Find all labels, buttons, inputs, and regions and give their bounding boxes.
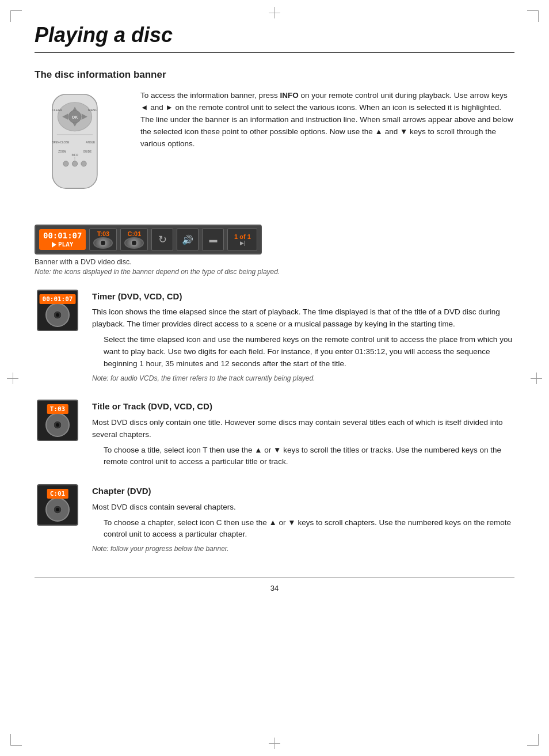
page-title: Playing a disc (35, 23, 514, 53)
banner-timer-cell: 00:01:07 PLAY (39, 229, 86, 250)
play-triangle-icon (52, 242, 56, 248)
title-icon-img: T:03 (37, 400, 78, 441)
timer-body1: This icon shows the time elapsed since t… (92, 306, 514, 330)
title-display: T:03 (47, 404, 68, 414)
remote-image-area: OK CLEAR MENU OPEN-CLOSE ANGLE ZOOM GUID… (35, 90, 127, 213)
banner-subtitle-cell: ▬ (202, 228, 224, 251)
svg-text:GUIDE: GUIDE (83, 150, 92, 153)
svg-text:CLEAR: CLEAR (52, 108, 62, 112)
title-icon-box: T:03 (35, 400, 81, 468)
crosshair-right (531, 373, 542, 384)
chapter-indent: To choose a chapter, select icon C then … (104, 517, 514, 541)
svg-point-28 (56, 508, 59, 511)
banner-track-label: T:03 (97, 230, 109, 237)
page-number: 34 (35, 578, 514, 592)
title-indent: To choose a title, select icon T then us… (104, 445, 514, 469)
corner-mark-tl (10, 10, 22, 22)
timer-icon-img: 00:01:07 (37, 290, 78, 331)
repeat-icon: ↻ (158, 233, 167, 246)
crosshair-bottom (269, 738, 280, 749)
chapter-feature-heading: Chapter (DVD) (92, 484, 514, 497)
banner-chapter-label: C:01 (128, 230, 142, 237)
chapter-note: Note: follow your progress below the ban… (92, 544, 514, 554)
chapter-body1: Most DVD discs contain several chapters. (92, 502, 514, 514)
banner-counter-sublabel: ▶| (240, 240, 245, 246)
banner-counter-cell: 1 of 1 ▶| (227, 228, 257, 251)
timer-display: 00:01:07 (40, 294, 76, 304)
svg-point-16 (63, 161, 68, 166)
banner-audio-cell: 🔊 (177, 228, 199, 251)
banner-timer-value: 00:01:07 (43, 231, 82, 240)
title-body1: Most DVD discs only contain one title. H… (92, 417, 514, 441)
banner-caption: Banner with a DVD video disc. (35, 258, 514, 266)
title-disc-svg (45, 412, 70, 438)
chapter-icon-img: C:01 (37, 484, 78, 526)
banner-chapter-cell: C:01 (120, 228, 148, 251)
title-feature-item: T:03 Title or Track (DVD, VCD, CD) Most … (35, 400, 514, 468)
corner-mark-bl (10, 734, 22, 746)
chapter-disc-svg (45, 497, 70, 522)
timer-indent: Select the time elapsed icon and use the… (104, 334, 514, 370)
crosshair-top (269, 7, 280, 18)
svg-text:MENU: MENU (88, 108, 97, 112)
timer-icon-box: 00:01:07 (35, 290, 81, 383)
timer-feature-item: 00:01:07 Timer (DVD, VCD, CD) This icon … (35, 290, 514, 383)
play-label: PLAY (58, 241, 74, 248)
dvd-banner-container: 00:01:07 PLAY T:03 C:01 ↻ 🔊 ▬ (35, 225, 514, 276)
banner-counter-label: 1 of 1 (234, 233, 251, 240)
audio-icon: 🔊 (182, 234, 193, 245)
svg-point-18 (81, 161, 86, 166)
svg-point-22 (56, 313, 59, 317)
title-feature-heading: Title or Track (DVD, VCD, CD) (92, 400, 514, 413)
corner-mark-tr (527, 10, 539, 22)
svg-point-17 (72, 161, 77, 166)
chapter-icon-box: C:01 (35, 484, 81, 554)
timer-note: Note: for audio VCDs, the timer refers t… (92, 373, 514, 384)
banner-repeat-cell: ↻ (151, 228, 173, 251)
banner-section: OK CLEAR MENU OPEN-CLOSE ANGLE ZOOM GUID… (35, 90, 514, 213)
svg-text:INFO: INFO (71, 154, 78, 157)
svg-text:OPEN-CLOSE: OPEN-CLOSE (52, 141, 70, 144)
svg-text:OK: OK (72, 115, 78, 119)
timer-disc-svg (45, 302, 70, 328)
chapter-feature-text: Chapter (DVD) Most DVD discs contain sev… (92, 484, 514, 554)
timer-feature-text: Timer (DVD, VCD, CD) This icon shows the… (92, 290, 514, 383)
remote-svg: OK CLEAR MENU OPEN-CLOSE ANGLE ZOOM GUID… (35, 90, 115, 211)
title-feature-text: Title or Track (DVD, VCD, CD) Most DVD d… (92, 400, 514, 468)
banner-note: Note: the icons displayed in the banner … (35, 268, 514, 276)
cd-disc-chapter-icon (124, 237, 144, 249)
cd-disc-track-icon (93, 237, 113, 249)
svg-text:ZOOM: ZOOM (58, 150, 66, 153)
timer-feature-heading: Timer (DVD, VCD, CD) (92, 290, 514, 303)
section1-heading: The disc information banner (35, 69, 514, 81)
crosshair-left (7, 373, 18, 384)
chapter-display: C:01 (47, 489, 68, 499)
chapter-feature-item: C:01 Chapter (DVD) Most DVD discs contai… (35, 484, 514, 554)
corner-mark-br (527, 734, 539, 746)
svg-point-25 (56, 423, 59, 427)
svg-text:ANGLE: ANGLE (86, 141, 95, 144)
banner-track-cell: T:03 (89, 228, 117, 251)
subtitle-icon: ▬ (209, 235, 217, 244)
dvd-banner: 00:01:07 PLAY T:03 C:01 ↻ 🔊 ▬ (35, 225, 262, 254)
banner-description-text: To access the information banner, press … (140, 90, 514, 150)
banner-description: To access the information banner, press … (140, 90, 514, 213)
